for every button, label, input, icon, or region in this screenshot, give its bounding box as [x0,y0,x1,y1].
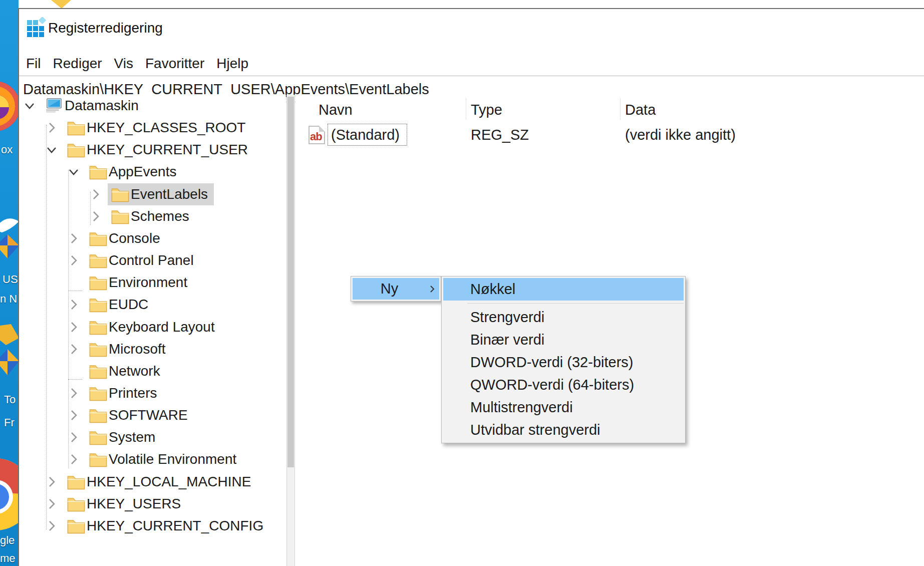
folder-icon [89,252,108,269]
chevron-down-icon[interactable] [23,99,36,112]
tree-item-schemes[interactable]: Schemes [89,205,195,227]
submenu-item-utvidbar-strengverdi[interactable]: Utvidbar strengverdi [443,419,684,441]
menubar-item-favoritter[interactable]: Favoritter [139,54,210,74]
tree-scrollbar[interactable] [286,95,295,566]
menubar-item-hjelp[interactable]: Hjelp [210,54,254,74]
value-row[interactable]: ab (Standard) REG_SZ (verdi ikke angitt) [295,124,924,147]
tree-item-body[interactable]: Keyboard Layout [86,316,221,338]
shield-update-icon[interactable] [0,212,19,267]
tree-item-system[interactable]: System [67,426,161,448]
tree-item-hkey-users[interactable]: HKEY_USERS [45,493,187,515]
tree-item-body[interactable]: Network [86,360,166,382]
chevron-right-icon[interactable] [67,254,80,267]
tree-item-eventlabels[interactable]: EventLabels [89,183,214,205]
chevron-right-icon[interactable] [67,232,80,245]
tree-item-body[interactable]: Datamaskin [42,95,145,117]
desktop-label-fragment[interactable]: Fr [4,416,15,429]
tree-item-hkey-classes-root[interactable]: HKEY_CLASSES_ROOT [45,117,251,139]
column-header-type[interactable]: Type [471,102,502,118]
folder-icon [111,186,130,203]
desktop-label-fragment[interactable]: ox [1,143,13,156]
submenu-item-n-kkel[interactable]: Nøkkel [443,278,684,301]
tree-item-body[interactable]: Environment [86,271,193,294]
tree-item-body[interactable]: HKEY_LOCAL_MACHINE [64,471,257,493]
tree-item-body[interactable]: AppEvents [86,161,182,183]
tree-scrollbar-thumb[interactable] [287,97,294,467]
chevron-right-icon[interactable] [67,453,80,466]
tree-item-body[interactable]: SOFTWARE [86,404,194,426]
tree-item-label: SOFTWARE [109,407,188,423]
chevron-down-icon[interactable] [45,143,58,156]
folder-icon [89,163,108,180]
chevron-right-icon[interactable] [45,497,58,510]
tree-item-control-panel[interactable]: Control Panel [67,249,200,271]
tree-item-label: EUDC [109,297,148,313]
chevron-right-icon[interactable] [45,121,58,134]
menubar-item-fil[interactable]: Fil [20,54,47,74]
chevron-right-icon[interactable] [89,210,102,223]
tree-item-body[interactable]: Microsoft [86,338,172,360]
tree-item-body[interactable]: Volatile Environment [86,448,242,470]
menubar-item-vis[interactable]: Vis [108,54,139,74]
tree-item-eudc[interactable]: EUDC [67,294,154,316]
chevron-right-icon[interactable] [45,519,58,532]
tree-item-software[interactable]: SOFTWARE [67,404,194,426]
tree-item-microsoft[interactable]: Microsoft [67,338,172,360]
tree-item-hkey-current-user[interactable]: HKEY_CURRENT_USER [45,139,254,161]
desktop-label-fragment[interactable]: US [3,273,18,286]
tree-connector-line [46,125,47,529]
submenu-item-multistrengverdi[interactable]: Multistrengverdi [443,396,684,419]
tree-item-console[interactable]: Console [67,227,166,249]
menubar-item-rediger[interactable]: Rediger [47,54,108,74]
chevron-right-icon[interactable] [67,298,80,311]
tree-item-body[interactable]: Control Panel [86,249,200,271]
chevron-right-icon[interactable] [67,431,80,444]
tree-item-body[interactable]: Schemes [108,205,195,227]
tree-item-printers[interactable]: Printers [67,382,163,404]
context-menu-item-ny[interactable]: Ny [353,278,439,300]
submenu-item-strengverdi[interactable]: Strengverdi [443,306,684,329]
chevron-right-icon[interactable] [67,321,80,334]
column-header-navn[interactable]: Navn [319,102,353,118]
tree-item-volatile-environment[interactable]: Volatile Environment [67,448,242,470]
tree-item-body[interactable]: System [86,426,161,448]
tree-item-label: Network [109,363,160,379]
chevron-right-icon[interactable] [67,409,80,422]
tree-item-keyboard-layout[interactable]: Keyboard Layout [67,316,221,338]
chevron-down-icon[interactable] [67,165,80,178]
tree-item-body[interactable]: Console [86,227,166,249]
desktop-label-fragment[interactable]: gle [0,534,15,547]
chevron-right-icon[interactable] [67,343,80,356]
submenu-item-dword-verdi-32-biters[interactable]: DWORD-verdi (32-biters) [443,351,684,374]
tree-item-body[interactable]: HKEY_USERS [64,493,187,515]
tree-item-body[interactable]: HKEY_CURRENT_USER [64,139,254,161]
tree-item-datamaskin[interactable]: Datamaskin [23,95,145,117]
desktop-label-fragment[interactable]: me [0,552,16,565]
chevron-right-icon[interactable] [67,387,80,400]
firefox-icon[interactable] [0,79,19,133]
submenu-item-qword-verdi-64-biters[interactable]: QWORD-verdi (64-biters) [443,374,684,396]
submenu-item-bin-r-verdi[interactable]: Binær verdi [443,329,684,351]
tree-item-hkey-local-machine[interactable]: HKEY_LOCAL_MACHINE [45,471,257,493]
tree-item-hkey-current-config[interactable]: HKEY_CURRENT_CONFIG [45,515,269,537]
tree-item-environment[interactable]: Environment [67,271,193,294]
desktop-folder-corner [51,0,71,9]
tree-item-body[interactable]: HKEY_CLASSES_ROOT [64,117,251,139]
submenu-item-label: Utvidbar strengverdi [470,422,600,438]
shield-arrow-icon[interactable] [0,323,19,388]
tree-item-network[interactable]: Network [67,360,166,382]
desktop-label-fragment[interactable]: n N [0,293,17,306]
tree-item-appevents[interactable]: AppEvents [67,161,182,183]
desktop-label-fragment[interactable]: To [4,393,16,406]
tree-item-body[interactable]: EUDC [86,294,154,316]
chrome-icon[interactable] [0,457,19,532]
tree-item-body[interactable]: HKEY_CURRENT_CONFIG [64,515,269,537]
value-name[interactable]: (Standard) [328,124,407,146]
chevron-right-icon[interactable] [45,475,58,488]
tree-item-label: Volatile Environment [109,451,236,467]
chevron-right-icon[interactable] [89,188,102,201]
tree-item-selection[interactable]: EventLabels [108,183,214,205]
column-header-data[interactable]: Data [625,102,656,118]
folder-icon [89,319,108,336]
tree-item-body[interactable]: Printers [86,382,163,404]
